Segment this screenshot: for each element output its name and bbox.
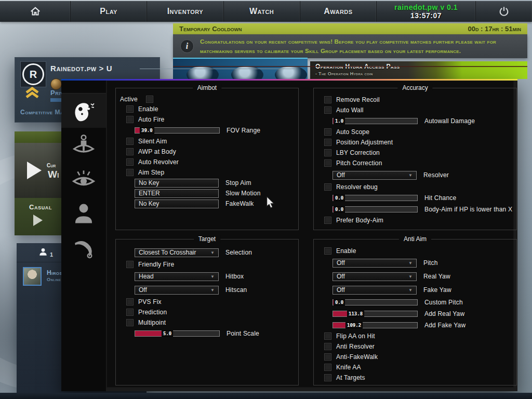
row-enable: Enable	[119, 104, 294, 114]
label-knife-aa: Knife AA	[336, 364, 361, 371]
slider-value-hit-chance: 0.0	[334, 195, 345, 201]
play-casual-icon[interactable]	[33, 215, 43, 226]
friends-online-count: 1	[50, 251, 53, 258]
label-auto-scope: Auto Scope	[336, 128, 369, 136]
label-friendly-fire: Friendly Fire	[138, 261, 174, 268]
row-fov-range: 39.0FOV Range	[119, 125, 294, 136]
slider-value-body-aim-if-hp-is-lower-than-x: 0.0	[334, 206, 345, 212]
checkbox-pvs-fix[interactable]	[126, 298, 134, 305]
checkbox-multipoint[interactable]	[126, 319, 134, 326]
player-icon	[72, 202, 96, 225]
checkbox-prediction[interactable]	[126, 309, 134, 316]
operation-hydra-banner[interactable]: Operation Hydra Access Pass - The Operat…	[310, 61, 527, 79]
visuals-eye-icon	[72, 167, 96, 191]
row-hitscan: Off▼Hitscan	[119, 283, 294, 297]
row-aim-step: Aim Step	[119, 167, 294, 178]
checkbox-enable[interactable]	[324, 247, 331, 255]
cooldown-title: Temporary Cooldown	[179, 25, 242, 33]
row-hit-chance: 0.0Hit Chance	[317, 192, 512, 204]
play-video-icon[interactable]	[27, 162, 42, 179]
label-at-targets: At Targets	[336, 374, 365, 381]
nav-inventory[interactable]: Inventory	[147, 1, 223, 22]
checkbox-knife-aa[interactable]	[324, 364, 331, 371]
row-auto-fire: Auto Fire	[119, 114, 294, 125]
power-button[interactable]	[476, 1, 532, 22]
checkbox-prefer-body-aim[interactable]	[324, 217, 331, 224]
checkbox-auto-wall[interactable]	[324, 107, 331, 114]
nav-watch-label: Watch	[249, 7, 274, 16]
checkbox-auto-fire[interactable]	[126, 116, 134, 123]
slider-value-add-real-yaw: 113.8	[347, 311, 364, 317]
checkbox-aim-step[interactable]	[126, 169, 134, 176]
info-icon: i	[180, 39, 194, 53]
friend-name: Hiros	[47, 269, 62, 276]
sidebar-tab-visuals-eye[interactable]	[61, 162, 106, 196]
slider-add-fake-yaw[interactable]: 109.2	[332, 322, 418, 328]
sidebar-tab-esp[interactable]	[61, 128, 106, 162]
slider-hit-chance[interactable]: 0.0	[332, 195, 418, 201]
sidebar-tab-player[interactable]	[61, 196, 106, 231]
keybind-slow-motion[interactable]: ENTER	[135, 189, 219, 198]
checkbox-friendly-fire[interactable]	[126, 261, 134, 268]
profile-avatar[interactable]: R	[20, 61, 46, 87]
dropdown-hitscan[interactable]: Off▼	[135, 286, 219, 295]
power-icon	[498, 6, 510, 17]
checkbox-anti-fakewalk[interactable]	[324, 353, 331, 361]
section-target: TargetClosest To Crosshair▼SelectionFrie…	[115, 239, 299, 385]
keybind-fakewalk[interactable]: No Key	[135, 200, 219, 208]
notice-message: Congratulations on your recent competiti…	[200, 37, 520, 56]
label-pitch-correction: Pitch Correction	[336, 159, 382, 167]
label-resolver-ebug: Resolver ebug	[336, 183, 378, 191]
chevron-down-icon: ▼	[408, 261, 413, 265]
label-silent-aim: Silent Aim	[138, 138, 167, 145]
nav-watch[interactable]: Watch	[224, 1, 300, 22]
checkbox-flip-aa-on-hit[interactable]	[324, 332, 331, 340]
dropdown-resolver[interactable]: Off▼	[332, 171, 417, 180]
label-pitch: Pitch	[423, 259, 438, 267]
dropdown-hitbox[interactable]: Head▼	[135, 272, 219, 281]
checkbox-enable[interactable]	[126, 105, 134, 113]
checkbox-active[interactable]	[146, 96, 153, 103]
checkbox-silent-aim[interactable]	[126, 138, 134, 145]
dropdown-selection[interactable]: Closest To Crosshair▼	[135, 248, 219, 257]
sidebar-tab-knife[interactable]	[61, 231, 106, 265]
checkbox-pitch-correction[interactable]	[324, 159, 331, 167]
keybind-value-stop-aim: No Key	[139, 179, 159, 187]
nav-awards[interactable]: Awards	[300, 1, 377, 22]
menu-sidebar	[61, 81, 107, 391]
label-hit-chance: Hit Chance	[424, 194, 456, 202]
checkbox-auto-revolver[interactable]	[126, 158, 134, 166]
slider-autowall-damage[interactable]: 1.0	[332, 118, 418, 124]
home-button[interactable]	[0, 1, 71, 22]
video-caption-big: Wi	[48, 169, 59, 180]
label-prefer-body-aim: Prefer Body-Aim	[336, 217, 383, 224]
row-flip-aa-on-hit: Flip AA on Hit	[317, 331, 512, 341]
dropdown-pitch[interactable]: Off▼	[332, 259, 417, 268]
slider-fov-range[interactable]: 39.0	[135, 127, 220, 134]
nav-play[interactable]: Play	[71, 1, 147, 22]
divider-line	[140, 69, 296, 69]
nav-options[interactable]: Options rainedot.pw v 0.1 13:57:07	[377, 1, 476, 22]
slider-point-scale[interactable]: 5.0	[135, 330, 220, 337]
sidebar-tab-aimbot-head[interactable]	[61, 94, 106, 128]
checkbox-anti-resolver[interactable]	[324, 343, 331, 350]
checkbox-remove-recoil[interactable]	[324, 96, 331, 103]
hydra-subtitle: - The Operation Hydra coin	[315, 71, 373, 76]
keybind-stop-aim[interactable]: No Key	[135, 179, 219, 188]
dropdown-fake-yaw[interactable]: Off▼	[332, 286, 417, 295]
checkbox-position-adjustment[interactable]	[324, 139, 331, 146]
checkbox-resolver-ebug[interactable]	[324, 183, 331, 191]
row-auto-revolver: Auto Revolver	[119, 157, 294, 167]
slider-custom-pitch[interactable]: 0.0	[332, 299, 418, 305]
label-real-yaw: Real Yaw	[423, 273, 450, 280]
checkbox-lby-correction[interactable]	[324, 149, 331, 156]
checkbox-at-targets[interactable]	[324, 374, 331, 381]
label-stop-aim: Stop Aim	[225, 179, 251, 187]
dropdown-real-yaw[interactable]: Off▼	[332, 272, 417, 281]
slider-add-real-yaw[interactable]: 113.8	[332, 311, 418, 317]
checkbox-auto-scope[interactable]	[324, 128, 331, 136]
slider-body-aim-if-hp-is-lower-than-x[interactable]: 0.0	[332, 206, 418, 212]
row-pvs-fix: PVS Fix	[119, 297, 294, 307]
cooldown-banner: Temporary Cooldown 00d : 17hr : 51min	[173, 23, 527, 34]
checkbox-awp-at-body[interactable]	[126, 148, 134, 155]
